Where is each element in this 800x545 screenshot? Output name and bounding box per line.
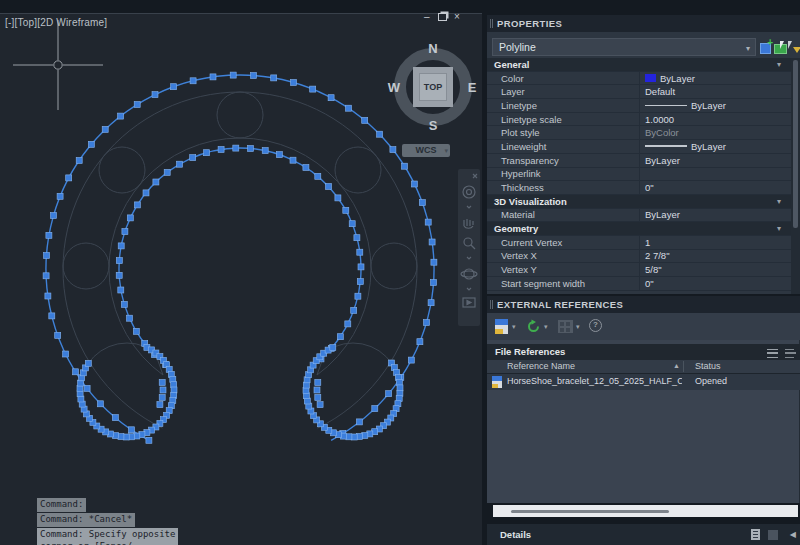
grip[interactable]	[218, 147, 224, 153]
drawing-canvas[interactable]	[0, 14, 482, 545]
restore-icon[interactable]	[438, 13, 447, 21]
wcs-dropdown[interactable]: WCS ▾	[402, 144, 450, 157]
grip[interactable]	[377, 131, 383, 137]
details-preview-icon[interactable]	[768, 530, 778, 540]
viewcube-south[interactable]: S	[429, 118, 438, 133]
grip[interactable]	[157, 402, 163, 408]
grip[interactable]	[121, 301, 127, 307]
column-status[interactable]: Status	[695, 361, 721, 371]
grip[interactable]	[276, 152, 282, 158]
grip[interactable]	[290, 157, 296, 163]
xref-palette-header[interactable]: EXTERNAL REFERENCES	[487, 296, 800, 313]
grip[interactable]	[315, 173, 321, 179]
property-value[interactable]: 1.0000	[640, 113, 791, 126]
grip[interactable]	[159, 395, 165, 401]
viewcube-north[interactable]: N	[428, 41, 437, 56]
grip[interactable]	[417, 339, 423, 345]
grip[interactable]	[55, 332, 61, 338]
property-row-hyperlink[interactable]: Hyperlink	[487, 168, 791, 182]
grip[interactable]	[116, 272, 122, 278]
property-value[interactable]: ByLayer	[640, 72, 791, 85]
grip[interactable]	[127, 215, 133, 221]
grip[interactable]	[118, 287, 124, 293]
grip[interactable]	[351, 307, 357, 313]
details-doc-icon[interactable]	[751, 529, 760, 540]
properties-palette-header[interactable]: PROPERTIES	[487, 15, 800, 32]
grip[interactable]	[122, 229, 128, 235]
property-row-vertex-x[interactable]: Vertex X2 7/8"	[487, 250, 791, 264]
grip[interactable]	[230, 72, 236, 78]
grip[interactable]	[425, 219, 431, 225]
property-row-linetype[interactable]: LinetypeByLayer	[487, 99, 791, 113]
property-value[interactable]	[640, 168, 791, 181]
grip[interactable]	[271, 75, 277, 81]
grip[interactable]	[357, 249, 363, 255]
quick-select-icon[interactable]	[787, 40, 800, 54]
grip[interactable]	[335, 195, 341, 201]
toggle-pickadd-icon[interactable]: +	[759, 40, 773, 54]
grip[interactable]	[190, 78, 196, 84]
grip[interactable]	[303, 165, 309, 171]
viewcube-top-face[interactable]: TOP	[413, 67, 453, 107]
property-row-layer[interactable]: LayerDefault	[487, 85, 791, 99]
grip[interactable]	[146, 437, 152, 443]
grip[interactable]	[390, 147, 396, 153]
property-row-start-segment-width[interactable]: Start segment width0"	[487, 277, 791, 291]
grip[interactable]	[66, 175, 72, 181]
grip[interactable]	[164, 169, 170, 175]
grip[interactable]	[143, 190, 149, 196]
minimize-icon[interactable]: –	[424, 11, 430, 23]
property-row-plot-style[interactable]: Plot styleByColor	[487, 126, 791, 140]
grip[interactable]	[76, 158, 82, 164]
grip[interactable]	[88, 141, 94, 147]
grip[interactable]	[43, 273, 49, 279]
property-row-transparency[interactable]: TransparencyByLayer	[487, 154, 791, 168]
grip[interactable]	[314, 387, 320, 393]
grip[interactable]	[177, 161, 183, 167]
grip[interactable]	[171, 84, 177, 90]
grip[interactable]	[411, 181, 417, 187]
grip[interactable]	[337, 334, 343, 340]
navigation-bar[interactable]	[458, 169, 480, 326]
chevron-down-icon[interactable]: ▾	[512, 323, 516, 331]
section-header-3d-visualization[interactable]: 3D Visualization▾	[487, 195, 791, 209]
property-value[interactable]: 0"	[640, 181, 791, 194]
grip[interactable]	[431, 259, 437, 265]
grip[interactable]	[429, 239, 435, 245]
grip[interactable]	[358, 264, 364, 270]
property-row-current-vertex[interactable]: Current Vertex1	[487, 236, 791, 250]
attach-reference-icon[interactable]	[495, 319, 508, 334]
property-value[interactable]: ByLayer	[640, 154, 791, 167]
grip[interactable]	[44, 253, 50, 259]
grip[interactable]	[291, 80, 297, 86]
chevron-down-icon[interactable]: ▾	[777, 60, 781, 69]
list-view-icon[interactable]	[767, 349, 778, 358]
command-prompt[interactable]: Command: Specify opposite corner or [Fen…	[37, 528, 178, 545]
grip[interactable]	[153, 179, 159, 185]
grip[interactable]	[190, 155, 196, 161]
property-row-material[interactable]: MaterialByLayer	[487, 209, 791, 223]
chevron-down-icon[interactable]: ▾	[544, 323, 548, 331]
grip[interactable]	[310, 86, 316, 92]
grip[interactable]	[160, 387, 166, 393]
viewcube-east[interactable]: E	[468, 80, 477, 95]
grip[interactable]	[419, 200, 425, 206]
column-reference-name[interactable]: Reference Name	[507, 361, 575, 371]
grip[interactable]	[349, 221, 355, 227]
chevron-down-icon[interactable]: ▾	[576, 323, 580, 331]
viewport-controls-label[interactable]: [-][Top][2D Wireframe]	[5, 17, 107, 28]
details-bar[interactable]: Details ◀	[487, 524, 800, 545]
grip[interactable]	[315, 380, 321, 386]
grip[interactable]	[116, 258, 122, 264]
property-row-color[interactable]: ColorByLayer	[487, 72, 791, 86]
grip[interactable]	[51, 213, 57, 219]
grip[interactable]	[112, 415, 118, 421]
property-value[interactable]: ByLayer	[640, 99, 791, 112]
grip[interactable]	[424, 320, 430, 326]
grip[interactable]	[408, 357, 414, 363]
property-value[interactable]: 5/8"	[640, 263, 791, 276]
property-value[interactable]: ByColor	[640, 126, 791, 139]
drawing-viewport[interactable]: [-][Top][2D Wireframe] – × N W E S TOP W…	[0, 13, 482, 545]
xref-horizontal-scrollbar[interactable]	[493, 505, 798, 517]
object-type-dropdown[interactable]: Polyline ▾	[492, 38, 756, 56]
